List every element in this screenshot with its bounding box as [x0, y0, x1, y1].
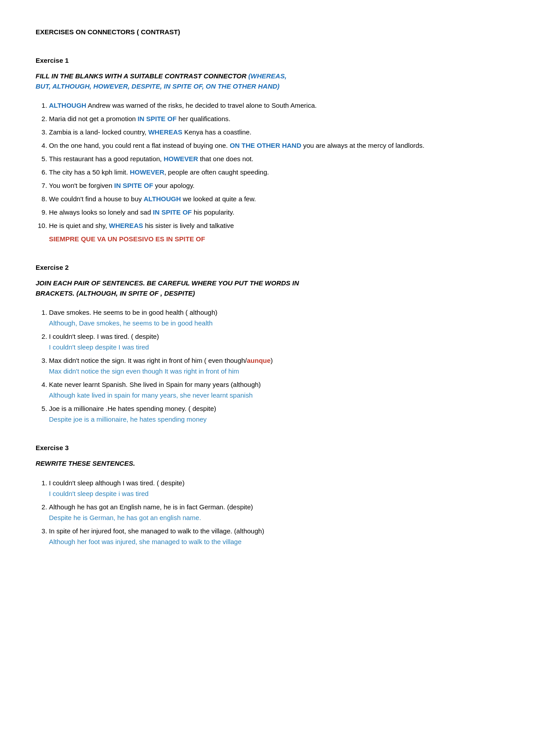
connector: IN SPITE OF — [153, 208, 192, 216]
connector: IN SPITE OF — [138, 115, 177, 122]
list-item: Max didn't notice the sign. It was right… — [49, 355, 498, 377]
answer: I couldn't sleep despite I was tired — [49, 342, 498, 353]
list-item: He always looks so lonely and sad IN SPI… — [49, 207, 498, 218]
list-item: ALTHOUGH Andrew was warned of the risks,… — [49, 100, 498, 111]
instruction-highlight: (WHEREAS,BUT, ALTHOUGH, HOWEVER, DESPITE… — [36, 72, 287, 90]
list-item: Dave smokes. He seems to be in good heal… — [49, 307, 498, 329]
list-item: Maria did not get a promotion IN SPITE O… — [49, 114, 498, 124]
exercise-1-instruction: FILL IN THE BLANKS WITH A SUITABLE CONTR… — [36, 71, 498, 91]
answer: I couldn't sleep despite i was tired — [49, 488, 498, 499]
list-item: This restaurant has a good reputation, H… — [49, 154, 498, 164]
exercise-3-list: I couldn't sleep although I was tired. (… — [49, 478, 498, 547]
answer: Although her foot was injured, she manag… — [49, 537, 498, 547]
list-item: We couldn't find a house to buy ALTHOUGH… — [49, 194, 498, 204]
connector: HOWEVER — [164, 155, 198, 163]
list-item: You won't be forgiven IN SPITE OF your a… — [49, 180, 498, 191]
answer: Although kate lived in spain for many ye… — [49, 390, 498, 401]
connector: ON THE OTHER HAND — [230, 142, 301, 149]
list-item: Joe is a millionaire .He hates spending … — [49, 403, 498, 425]
list-item: Although he has got an English name, he … — [49, 502, 498, 523]
exercise-1-list: ALTHOUGH Andrew was warned of the risks,… — [49, 100, 498, 231]
connector: HOWEVER — [130, 168, 165, 176]
exercise-2-block: Exercise 2 JOIN EACH PAIR OF SENTENCES. … — [36, 262, 498, 425]
page-title: EXERCISES ON CONNECTORS ( CONTRAST) — [36, 27, 498, 37]
connector: ALTHOUGH — [144, 195, 181, 203]
list-item: The city has a 50 kph limit. HOWEVER, pe… — [49, 167, 498, 178]
page-container: EXERCISES ON CONNECTORS ( CONTRAST) Exer… — [36, 27, 498, 547]
exercise-2-instruction: JOIN EACH PAIR OF SENTENCES. BE CAREFUL … — [36, 278, 498, 298]
connector: ALTHOUGH — [49, 102, 86, 109]
exercise-2-label: Exercise 2 — [36, 262, 498, 273]
connector: WHEREAS — [109, 222, 143, 229]
answer: Max didn't notice the sign even though I… — [49, 366, 498, 377]
exercise-1-label: Exercise 1 — [36, 55, 498, 66]
list-item: On the one hand, you could rent a flat i… — [49, 140, 498, 151]
connector: WHEREAS — [148, 128, 182, 136]
connector-special: aunque — [247, 357, 271, 364]
answer: Although, Dave smokes, he seems to be in… — [49, 318, 498, 329]
list-item: In spite of her injured foot, she manage… — [49, 526, 498, 547]
exercise-3-block: Exercise 3 REWRITE THESE SENTENCES. I co… — [36, 443, 498, 547]
exercise-3-instruction: REWRITE THESE SENTENCES. — [36, 459, 498, 469]
answer: Despite joe is a millionaire, he hates s… — [49, 414, 498, 425]
connector: IN SPITE OF — [114, 182, 154, 189]
exercise-3-label: Exercise 3 — [36, 443, 498, 453]
list-item: I couldn't sleep. I was tired. ( despite… — [49, 331, 498, 353]
list-item: He is quiet and shy, WHEREAS his sister … — [49, 220, 498, 231]
answer: Despite he is German, he has got an engl… — [49, 512, 498, 523]
list-item: Kate never learnt Spanish. She lived in … — [49, 379, 498, 401]
list-item: I couldn't sleep although I was tired. (… — [49, 478, 498, 499]
exercise-1-block: Exercise 1 FILL IN THE BLANKS WITH A SUI… — [36, 55, 498, 244]
exercise-2-list: Dave smokes. He seems to be in good heal… — [49, 307, 498, 425]
list-item: Zambia is a land- locked country, WHEREA… — [49, 127, 498, 138]
exercise-1-note: SIEMPRE QUE VA UN POSESIVO ES IN SPITE O… — [49, 234, 498, 244]
